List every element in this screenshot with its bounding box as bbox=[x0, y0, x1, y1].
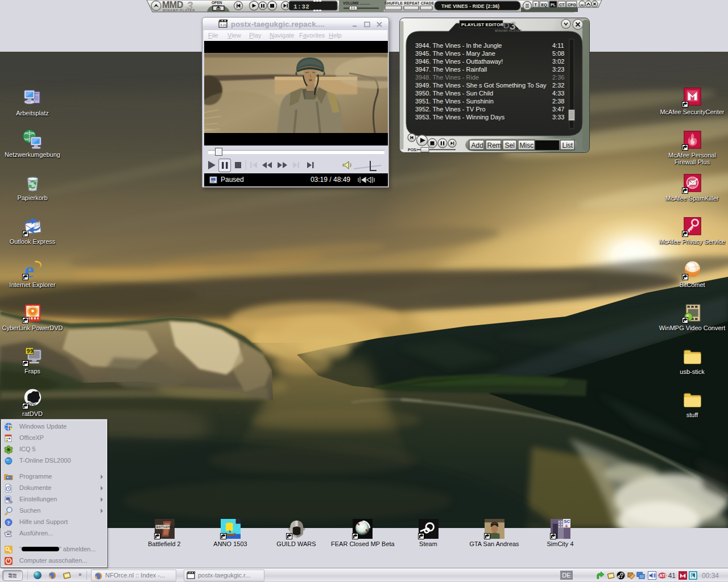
svg-text:CT: CT bbox=[559, 3, 565, 7]
svg-text:T: T bbox=[535, 3, 537, 7]
svg-text:3947. The Vines - Rainfall: 3947. The Vines - Rainfall bbox=[415, 66, 487, 73]
svg-text:PLAYLIST EDITOR: PLAYLIST EDITOR bbox=[461, 22, 504, 27]
svg-text:OPEN: OPEN bbox=[212, 1, 222, 5]
svg-text:DVD: DVD bbox=[27, 402, 35, 406]
svg-text:3945. The Vines - Mary Jane: 3945. The Vines - Mary Jane bbox=[415, 50, 495, 57]
svg-text:3950. The Vines - Sun Child: 3950. The Vines - Sun Child bbox=[415, 90, 493, 97]
svg-text:4:11: 4:11 bbox=[552, 42, 564, 49]
svg-text:3946. The Vines - Outtathaway!: 3946. The Vines - Outtathaway! bbox=[415, 58, 503, 65]
svg-text:2:38: 2:38 bbox=[552, 98, 564, 105]
svg-text:BATTLEFIELD: BATTLEFIELD bbox=[156, 525, 174, 529]
svg-text:Rem: Rem bbox=[487, 142, 502, 149]
svg-text:ATI: ATI bbox=[659, 573, 666, 578]
svg-text:CFG: CFG bbox=[568, 3, 576, 7]
svg-text:WINAMP-PLAYER: WINAMP-PLAYER bbox=[163, 9, 195, 12]
svg-text:?: ? bbox=[7, 520, 10, 526]
svg-text:Add: Add bbox=[471, 142, 483, 149]
svg-text:3:47: 3:47 bbox=[552, 106, 564, 113]
svg-text:4: 4 bbox=[565, 523, 568, 529]
svg-text:3:02: 3:02 bbox=[552, 58, 564, 65]
svg-text:5:08: 5:08 bbox=[552, 50, 564, 57]
svg-text:WINAMP-PLAYER: WINAMP-PLAYER bbox=[495, 29, 522, 32]
svg-text:3944. The Vines - In the Jungl: 3944. The Vines - In the Jungle bbox=[415, 42, 502, 49]
svg-text:PL: PL bbox=[551, 3, 556, 7]
svg-text:2:36: 2:36 bbox=[552, 74, 564, 81]
svg-text:List: List bbox=[562, 142, 573, 149]
svg-text:Misc: Misc bbox=[520, 142, 534, 149]
svg-text:EQ: EQ bbox=[541, 3, 548, 7]
svg-text:3952. The Vines - TV Pro: 3952. The Vines - TV Pro bbox=[415, 106, 486, 113]
svg-text:4:33: 4:33 bbox=[552, 90, 564, 97]
svg-text:THE VINES - RIDE (2:36): THE VINES - RIDE (2:36) bbox=[441, 3, 499, 9]
svg-text:3949. The Vines - She s Got So: 3949. The Vines - She s Got Something To… bbox=[415, 82, 547, 89]
svg-text:3:21: 3:21 bbox=[220, 23, 227, 27]
svg-text:POS:: POS: bbox=[408, 148, 417, 152]
svg-text:3953. The Vines - Winning Days: 3953. The Vines - Winning Days bbox=[415, 114, 505, 120]
svg-text:3:33: 3:33 bbox=[552, 114, 564, 120]
svg-text:3:23: 3:23 bbox=[552, 66, 564, 73]
svg-text:2:32: 2:32 bbox=[552, 82, 564, 89]
svg-text:3951. The Vines - Sunshinin: 3951. The Vines - Sunshinin bbox=[415, 98, 494, 105]
svg-text:99: 99 bbox=[26, 348, 33, 355]
svg-text:1:32: 1:32 bbox=[293, 3, 309, 10]
svg-text:SHUFFLE REPEAT CFADE: SHUFFLE REPEAT CFADE bbox=[384, 1, 435, 5]
svg-text:Sel: Sel bbox=[505, 142, 515, 149]
svg-text:3948. The Vines - Ride: 3948. The Vines - Ride bbox=[415, 74, 479, 81]
svg-text:VOLUME ..........: VOLUME .......... bbox=[343, 1, 370, 5]
